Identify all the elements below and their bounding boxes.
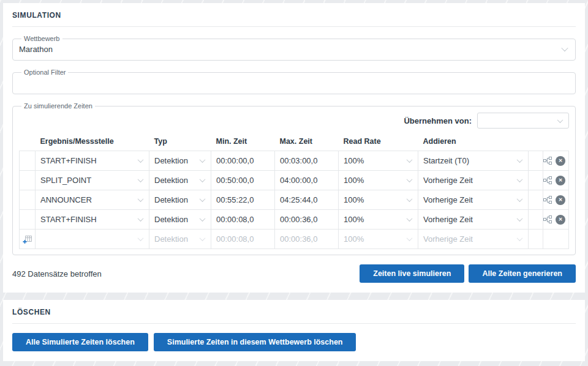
addieren-select[interactable]: Vorherige Zeit xyxy=(418,210,528,229)
col-header-read-rate: Read Rate xyxy=(339,134,418,151)
col-header-max-zeit: Max. Zeit xyxy=(275,134,339,151)
delete-row-icon[interactable] xyxy=(556,176,565,185)
table-row: ANNOUNCER Detektion 00:55:22,0 04:25:44,… xyxy=(20,190,569,210)
chevron-down-icon xyxy=(200,215,206,222)
wettbewerb-select[interactable]: Wettbewerb Marathon xyxy=(12,35,576,61)
delete-row-icon[interactable] xyxy=(556,195,565,205)
loeschen-title: LÖSCHEN xyxy=(12,308,576,316)
col-header-messstelle: Ergebnis/Messstelle xyxy=(36,134,149,151)
read-rate-select[interactable]: 100% xyxy=(339,210,418,229)
typ-select[interactable]: Detektion xyxy=(149,210,211,229)
addieren-select[interactable]: Vorherige Zeit xyxy=(418,190,528,209)
chevron-down-icon xyxy=(517,235,523,241)
table-row: START+FINISH Detektion 00:00:00,0 00:03:… xyxy=(20,151,569,171)
messstelle-select[interactable]: START+FINISH xyxy=(36,151,149,170)
wettbewerb-label: Wettbewerb xyxy=(21,35,62,42)
generate-all-button[interactable]: Alle Zeiten generieren xyxy=(469,264,576,283)
simulation-title: SIMULATION xyxy=(12,11,576,20)
max-zeit-field[interactable]: 00:00:36,0 xyxy=(275,211,338,229)
simulation-table: Ergebnis/Messstelle Typ Min. Zeit Max. Z… xyxy=(19,134,569,249)
addieren-select[interactable]: Vorherige Zeit xyxy=(418,230,528,248)
add-row-icon[interactable] xyxy=(23,234,32,244)
zeiten-fieldset: Zu simulierende Zeiten Übernehmen von: E… xyxy=(12,102,576,255)
read-rate-select[interactable]: 100% xyxy=(339,151,418,170)
divider xyxy=(12,26,576,27)
min-zeit-field[interactable]: 00:00:08,0 xyxy=(211,230,274,248)
chevron-down-icon xyxy=(407,196,413,202)
addieren-select[interactable]: Startzeit (T0) xyxy=(418,151,528,170)
actions-row: 492 Datensätze betroffen Zeiten live sim… xyxy=(12,264,576,283)
chevron-down-icon xyxy=(517,176,523,182)
delete-row-icon[interactable] xyxy=(556,215,565,225)
status-text: 492 Datensätze betroffen xyxy=(12,269,102,278)
divider xyxy=(12,323,576,324)
col-header-addieren: Addieren xyxy=(418,134,529,151)
chevron-down-icon xyxy=(517,215,523,222)
hierarchy-icon[interactable] xyxy=(543,215,552,223)
wettbewerb-value: Marathon xyxy=(19,45,53,54)
col-header-min-zeit: Min. Zeit xyxy=(211,134,275,151)
simulation-panel: SIMULATION Wettbewerb Marathon Optional … xyxy=(3,3,585,293)
chevron-down-icon xyxy=(557,117,564,123)
optional-filter-input[interactable] xyxy=(19,76,569,88)
chevron-down-icon xyxy=(200,176,206,182)
chevron-down-icon xyxy=(561,45,568,51)
table-row: START+FINISH Detektion 00:00:08,0 00:00:… xyxy=(20,210,569,230)
loeschen-panel: LÖSCHEN Alle Simulierte Zeiten löschen S… xyxy=(3,300,585,361)
addieren-select[interactable]: Vorherige Zeit xyxy=(418,171,528,190)
read-rate-select[interactable]: 100% xyxy=(339,230,418,248)
min-zeit-field[interactable]: 00:55:22,0 xyxy=(211,191,274,209)
min-zeit-field[interactable]: 00:50:00,0 xyxy=(211,171,274,190)
chevron-down-icon xyxy=(138,235,144,241)
chevron-down-icon xyxy=(200,157,206,163)
read-rate-select[interactable]: 100% xyxy=(339,171,418,190)
typ-select[interactable]: Detektion xyxy=(149,230,211,248)
max-zeit-field[interactable]: 04:00:00,0 xyxy=(275,171,338,190)
hierarchy-icon[interactable] xyxy=(543,196,552,204)
chevron-down-icon xyxy=(200,235,206,241)
typ-select[interactable]: Detektion xyxy=(149,171,211,190)
max-zeit-field[interactable]: 04:25:44,0 xyxy=(275,191,338,209)
messstelle-select[interactable]: ANNOUNCER xyxy=(36,190,149,209)
chevron-down-icon xyxy=(407,215,413,222)
chevron-down-icon xyxy=(138,196,144,202)
typ-select[interactable]: Detektion xyxy=(149,190,211,209)
min-zeit-field[interactable]: 00:00:08,0 xyxy=(211,211,274,229)
chevron-down-icon xyxy=(200,196,206,202)
simulate-live-button[interactable]: Zeiten live simulieren xyxy=(360,264,464,283)
messstelle-select[interactable]: START+FINISH xyxy=(36,210,149,229)
optional-filter-label: Optional Filter xyxy=(21,69,68,76)
delete-competition-simulated-button[interactable]: Simulierte Zeiten in diesem Wettbewerb l… xyxy=(154,333,356,351)
chevron-down-icon xyxy=(517,157,523,163)
chevron-down-icon xyxy=(138,176,144,182)
delete-all-simulated-button[interactable]: Alle Simulierte Zeiten löschen xyxy=(12,333,148,351)
max-zeit-field[interactable]: 00:03:00,0 xyxy=(275,152,338,170)
min-zeit-field[interactable]: 00:00:00,0 xyxy=(211,152,274,170)
table-row: SPLIT_POINT Detektion 00:50:00,0 04:00:0… xyxy=(20,171,569,190)
uebernehmen-row: Übernehmen von: xyxy=(19,113,569,129)
col-header-typ: Typ xyxy=(149,134,211,151)
read-rate-select[interactable]: 100% xyxy=(339,190,418,209)
chevron-down-icon xyxy=(138,215,144,222)
chevron-down-icon xyxy=(407,235,413,241)
uebernehmen-label: Übernehmen von: xyxy=(404,116,472,125)
delete-row-icon[interactable] xyxy=(556,156,565,166)
uebernehmen-select[interactable] xyxy=(477,113,569,129)
optional-filter-field: Optional Filter xyxy=(12,69,576,94)
hierarchy-icon[interactable] xyxy=(543,157,552,165)
hierarchy-icon[interactable] xyxy=(543,176,552,184)
chevron-down-icon xyxy=(407,176,413,182)
chevron-down-icon xyxy=(407,157,413,163)
table-header-row: Ergebnis/Messstelle Typ Min. Zeit Max. Z… xyxy=(20,134,569,151)
max-zeit-field[interactable]: 00:00:36,0 xyxy=(275,230,338,248)
chevron-down-icon xyxy=(517,196,523,202)
messstelle-select[interactable]: SPLIT_POINT xyxy=(36,171,149,190)
new-row-template: Detektion 00:00:08,0 00:00:36,0 100% Vor… xyxy=(20,230,569,249)
zeiten-label: Zu simulierende Zeiten xyxy=(21,102,95,110)
chevron-down-icon xyxy=(138,157,144,163)
messstelle-select[interactable] xyxy=(36,230,149,248)
typ-select[interactable]: Detektion xyxy=(149,151,211,170)
